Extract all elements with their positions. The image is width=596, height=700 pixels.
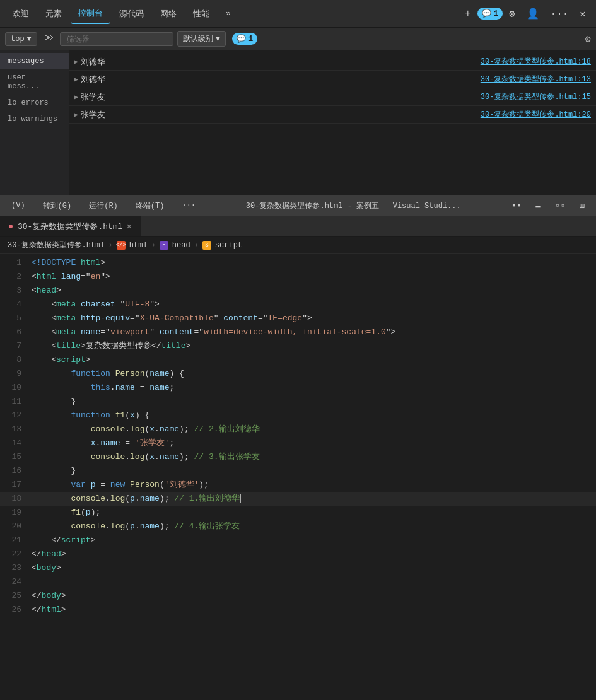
console-row[interactable]: ▶ 张学友 30-复杂数据类型传参.html:15 <box>69 88 596 106</box>
menu-item-run[interactable]: 运行(R) <box>85 198 122 214</box>
sidebar-item-messages[interactable]: messages <box>0 53 69 69</box>
line-content: </body> <box>32 589 596 603</box>
script-icon: S <box>202 241 211 250</box>
line-content: <body> <box>32 561 596 575</box>
split-editor-button[interactable]: ▪▪ <box>508 199 526 213</box>
nav-tab-network[interactable]: 网络 <box>153 4 184 23</box>
line-content: <meta http-equiv="X-UA-Compatible" conte… <box>32 312 596 325</box>
code-line-3: 3 <head> <box>0 284 596 298</box>
line-number: 7 <box>0 339 32 353</box>
breadcrumb-html[interactable]: html <box>129 241 148 250</box>
console-messages: ▶ 刘德华 30-复杂数据类型传参.html:18 ▶ 刘德华 30-复杂数据类… <box>69 50 596 195</box>
nav-tab-sources[interactable]: 源代码 <box>112 4 151 23</box>
code-line-20: 20 console.log(p.name); // 4.输出张学友 <box>0 520 596 534</box>
file-tab-name: 30-复杂数据类型传参.html <box>18 221 122 232</box>
line-content: } <box>32 464 596 478</box>
code-line-19: 19 f1(p); <box>0 506 596 520</box>
console-badge-count: 1 <box>248 35 253 44</box>
code-line-7: 7 <title>复杂数据类型传参</title> <box>0 339 596 353</box>
close-devtools-button[interactable]: ✕ <box>575 5 591 23</box>
filter-input[interactable] <box>60 32 173 46</box>
message-link[interactable]: 30-复杂数据类型传参.html:18 <box>481 56 591 67</box>
line-number: 18 <box>0 492 32 506</box>
line-content: var p = new Person('刘德华'); <box>32 478 596 492</box>
nav-tab-elements[interactable]: 元素 <box>38 4 69 23</box>
line-content: </head> <box>32 547 596 561</box>
restore-button[interactable]: ▫▫ <box>551 199 570 213</box>
line-content: <script> <box>32 353 596 367</box>
more-menu-button[interactable]: ··· <box>546 6 574 22</box>
console-sidebar: messages user mess... lo errors lo warni… <box>0 50 69 195</box>
code-editor[interactable]: 1 <!DOCTYPE html> 2 <html lang="en"> 3 <… <box>0 254 596 619</box>
message-link[interactable]: 30-复杂数据类型传参.html:13 <box>481 74 591 85</box>
code-line-23: 23 <body> <box>0 561 596 575</box>
minimize-button[interactable]: ▬ <box>532 199 544 213</box>
line-content: function Person(name) { <box>32 367 596 381</box>
console-row[interactable]: ▶ 刘德华 30-复杂数据类型传参.html:13 <box>69 71 596 88</box>
code-line-17: 17 var p = new Person('刘德华'); <box>0 478 596 492</box>
line-content: <!DOCTYPE html> <box>32 256 596 270</box>
top-nav: 欢迎 元素 控制台 源代码 网络 性能 » + 💬 1 ⚙ 👤 ··· ✕ <box>0 0 596 28</box>
file-tab[interactable]: 30-复杂数据类型传参.html ✕ <box>0 216 141 236</box>
nav-more-tabs[interactable]: » <box>218 5 238 22</box>
close-tab-button[interactable]: ✕ <box>126 221 131 231</box>
profile-button[interactable]: 👤 <box>522 5 544 23</box>
console-badge[interactable]: 💬 1 <box>477 8 503 20</box>
code-line-21: 21 </script> <box>0 534 596 547</box>
menu-item-goto[interactable]: 转到(G) <box>39 198 76 214</box>
context-dropdown[interactable]: top ▼ <box>5 32 37 46</box>
message-text: 张学友 <box>81 109 481 120</box>
line-content: <title>复杂数据类型传参</title> <box>32 339 596 353</box>
expand-arrow-icon: ▶ <box>74 93 78 101</box>
code-line-25: 25 </body> <box>0 589 596 603</box>
line-content: } <box>32 395 596 409</box>
code-line-11: 11 } <box>0 395 596 409</box>
breadcrumb-head[interactable]: head <box>172 241 190 250</box>
line-content: <head> <box>32 284 596 298</box>
sidebar-item-errors[interactable]: lo errors <box>0 95 69 111</box>
nav-tab-welcome[interactable]: 欢迎 <box>5 4 37 23</box>
eye-button[interactable]: 👁 <box>41 32 56 46</box>
message-link[interactable]: 30-复杂数据类型传参.html:20 <box>481 109 591 120</box>
console-settings-button[interactable]: ⚙ <box>585 33 591 45</box>
console-area: messages user mess... lo errors lo warni… <box>0 50 596 195</box>
nav-tab-console[interactable]: 控制台 <box>71 4 110 24</box>
expand-arrow-icon: ▶ <box>74 111 78 119</box>
settings-button[interactable]: ⚙ <box>504 5 520 23</box>
level-dropdown[interactable]: 默认级别 ▼ <box>177 31 226 47</box>
line-number: 11 <box>0 395 32 409</box>
breadcrumb-script[interactable]: script <box>215 241 242 250</box>
code-line-8: 8 <script> <box>0 353 596 367</box>
console-row[interactable]: ▶ 刘德华 30-复杂数据类型传参.html:18 <box>69 53 596 71</box>
expand-arrow-icon: ▶ <box>74 76 78 83</box>
console-icon: 💬 <box>482 9 491 18</box>
expand-arrow-icon: ▶ <box>74 58 78 66</box>
code-line-14: 14 x.name = '张学友'; <box>0 436 596 450</box>
file-tab-bar: 30-复杂数据类型传参.html ✕ <box>0 216 596 237</box>
window-title: 30-复杂数据类型传参.html - 案例五 – Visual Studi... <box>209 201 497 211</box>
line-number: 20 <box>0 520 32 534</box>
html-icon: </> <box>117 241 126 250</box>
line-number: 10 <box>0 381 32 395</box>
menu-item-v[interactable]: (V) <box>8 199 29 213</box>
code-line-24: 24 <box>0 575 596 589</box>
layout-button[interactable]: ⊞ <box>576 199 588 213</box>
line-number: 19 <box>0 506 32 520</box>
sidebar-item-user-messages[interactable]: user mess... <box>0 69 69 95</box>
line-number: 8 <box>0 353 32 367</box>
line-number: 13 <box>0 423 32 436</box>
code-line-16: 16 } <box>0 464 596 478</box>
line-number: 26 <box>0 603 32 617</box>
line-content: f1(p); <box>32 506 596 520</box>
message-link[interactable]: 30-复杂数据类型传参.html:15 <box>481 91 591 102</box>
nav-tab-performance[interactable]: 性能 <box>185 4 217 23</box>
console-row[interactable]: ▶ 张学友 30-复杂数据类型传参.html:20 <box>69 106 596 124</box>
console-count-badge[interactable]: 💬 1 <box>232 33 257 45</box>
menu-item-more[interactable]: ··· <box>178 199 199 213</box>
sidebar-item-warnings[interactable]: lo warnings <box>0 111 69 127</box>
breadcrumb-sep-1: › <box>108 241 113 250</box>
add-tab-button[interactable]: + <box>460 6 476 22</box>
breadcrumb-sep-2: › <box>151 241 156 250</box>
breadcrumb-file[interactable]: 30-复杂数据类型传参.html <box>8 240 105 250</box>
menu-item-terminal[interactable]: 终端(T) <box>132 198 168 214</box>
